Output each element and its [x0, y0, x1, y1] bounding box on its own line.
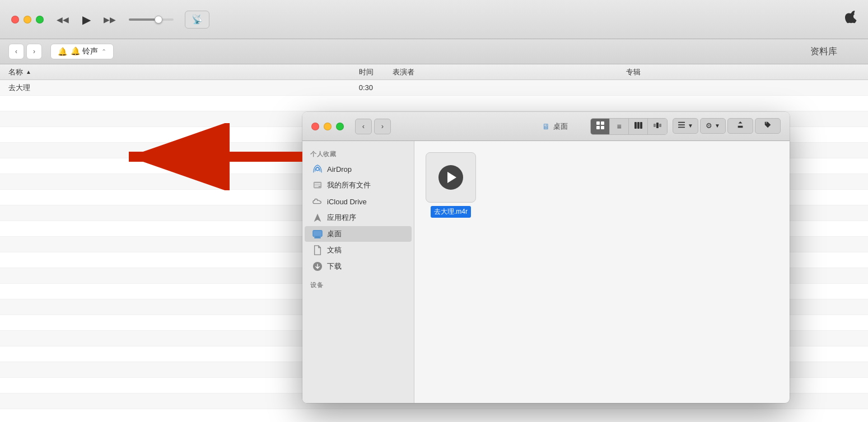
finder-close-button[interactable] [311, 123, 319, 130]
table-row[interactable] [0, 96, 868, 111]
svg-rect-18 [315, 185, 321, 185]
share-button[interactable] [727, 118, 753, 134]
file-icon-box [426, 152, 476, 203]
svg-rect-4 [596, 126, 600, 129]
downloads-label: 下载 [327, 261, 342, 271]
svg-rect-2 [596, 121, 600, 125]
sidebar-item-documents[interactable]: 文稿 [305, 242, 412, 258]
maximize-button[interactable] [36, 16, 44, 24]
desktop-icon [312, 229, 323, 239]
svg-rect-11 [659, 124, 661, 127]
library-label: 资料库 [810, 46, 837, 58]
file-item[interactable]: 去大理.m4r [426, 152, 476, 218]
sidebar-item-applications[interactable]: 应用程序 [305, 210, 412, 226]
grid-icon [596, 121, 605, 132]
documents-icon [312, 245, 323, 255]
finder-toolbar: ‹ › 🖥 桌面 [302, 112, 790, 141]
tag-icon [764, 121, 772, 130]
view-button-group: ≡ [590, 118, 668, 135]
column-view-button[interactable] [629, 119, 648, 134]
svg-rect-5 [601, 126, 604, 129]
ringtone-selector[interactable]: 🔔 🔔 铃声 ⌃ [50, 44, 114, 59]
forward-icon: › [381, 122, 384, 130]
rewind-button[interactable]: ◀◀ [55, 12, 71, 27]
apple-logo [843, 10, 857, 29]
finder-traffic-lights [311, 123, 344, 130]
name-column-header: 名称 ▲ [8, 67, 359, 77]
svg-rect-6 [634, 122, 637, 129]
table-row[interactable]: 去大理 0:30 [0, 80, 868, 96]
minimize-button[interactable] [24, 16, 31, 24]
column-icon [634, 121, 643, 132]
applications-label: 应用程序 [327, 213, 356, 223]
arrange-icon [678, 121, 685, 130]
sidebar-item-desktop[interactable]: 桌面 [305, 226, 412, 242]
airdrop-icon [312, 164, 323, 174]
view-buttons: ≡ [590, 118, 781, 135]
play-icon-circle [438, 165, 463, 190]
arrange-button[interactable]: ▼ [673, 118, 698, 134]
playback-controls: ◀◀ ▶ ▶▶ 📡 [55, 10, 843, 30]
airplay-button[interactable]: 📡 [185, 11, 209, 29]
back-icon: ‹ [15, 48, 17, 55]
coverflow-icon [653, 121, 662, 132]
forward-icon: › [33, 48, 35, 55]
row-name: 去大理 [8, 83, 359, 93]
sidebar-item-airdrop[interactable]: AirDrop [305, 161, 412, 177]
bell-icon: 🔔 [58, 47, 67, 56]
desktop-icon-small: 🖥 [542, 122, 550, 131]
finder-maximize-button[interactable] [336, 123, 344, 130]
fast-forward-button[interactable]: ▶▶ [102, 12, 118, 27]
all-files-icon [312, 180, 323, 190]
gear-icon: ⚙ [706, 121, 712, 130]
back-icon: ‹ [362, 122, 365, 130]
finder-location: 🖥 桌面 [542, 121, 568, 132]
icon-view-button[interactable] [591, 119, 610, 134]
list-icon: ≡ [617, 122, 621, 131]
finder-sidebar: 个人收藏 AirDrop [302, 141, 414, 403]
finder-forward-button[interactable]: › [374, 119, 391, 134]
close-button[interactable] [11, 16, 19, 24]
tag-button[interactable] [755, 118, 781, 134]
forward-button[interactable]: › [26, 44, 42, 59]
airplay-icon: 📡 [192, 14, 203, 25]
svg-rect-14 [678, 127, 685, 128]
sidebar-item-downloads[interactable]: 下载 [305, 259, 412, 274]
finder-back-button[interactable]: ‹ [355, 119, 372, 134]
devices-section-label: 设备 [302, 279, 414, 292]
sidebar-item-icloud[interactable]: iCloud Drive [305, 194, 412, 209]
share-icon [736, 121, 744, 130]
time-column-header: 时间 [359, 67, 393, 77]
album-column-header: 专辑 [626, 67, 860, 77]
svg-rect-13 [678, 124, 685, 125]
svg-rect-8 [640, 122, 642, 129]
favorites-section-label: 个人收藏 [302, 148, 414, 161]
finder-nav-buttons: ‹ › [355, 119, 391, 134]
volume-thumb [155, 16, 162, 24]
svg-rect-22 [315, 237, 321, 238]
svg-rect-19 [315, 186, 319, 187]
table-header: 名称 ▲ 时间 表演者 专辑 [0, 64, 868, 80]
cover-flow-button[interactable] [648, 119, 667, 134]
icloud-label: iCloud Drive [327, 198, 367, 206]
svg-rect-12 [678, 122, 685, 123]
itunes-traffic-lights [11, 16, 44, 24]
play-button[interactable]: ▶ [76, 10, 96, 30]
svg-rect-3 [601, 121, 604, 125]
ringtone-label: 🔔 铃声 [71, 46, 98, 57]
svg-rect-9 [654, 124, 656, 127]
action-button[interactable]: ⚙ ▼ [700, 118, 726, 134]
itunes-toolbar: ◀◀ ▶ ▶▶ 📡 [0, 0, 868, 39]
row-time: 0:30 [359, 83, 393, 92]
airdrop-label: AirDrop [327, 165, 352, 174]
nav-arrows: ‹ › [8, 44, 42, 59]
finder-minimize-button[interactable] [324, 123, 332, 130]
file-name-label: 去大理.m4r [431, 206, 471, 218]
volume-slider[interactable] [129, 18, 174, 21]
artist-column-header: 表演者 [393, 67, 626, 77]
back-button[interactable]: ‹ [8, 44, 24, 59]
sort-icon: ▲ [26, 69, 31, 75]
icloud-icon [312, 196, 323, 207]
sidebar-item-all-files[interactable]: 我的所有文件 [305, 177, 412, 193]
list-view-button[interactable]: ≡ [610, 119, 629, 134]
